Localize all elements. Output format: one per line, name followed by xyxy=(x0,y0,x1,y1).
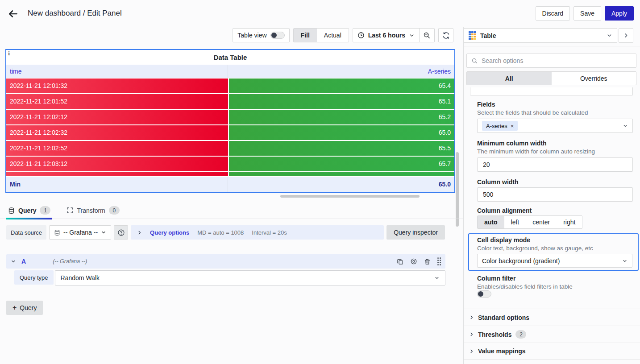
section-value-mappings[interactable]: Value mappings xyxy=(464,343,640,360)
time-range-group: Last 6 hours xyxy=(353,28,435,42)
value-cell: 65.2 xyxy=(229,110,454,124)
back-arrow-icon[interactable] xyxy=(7,8,20,20)
fill-button[interactable]: Fill xyxy=(294,29,317,42)
time-cell: 2022-11-21 12:02:12 xyxy=(6,110,228,124)
table-panel[interactable]: i Data Table time A-series 2022-11-21 12… xyxy=(5,49,455,193)
fields-description: Select the fields that should be calcula… xyxy=(477,109,588,116)
visualization-picker[interactable]: Table xyxy=(464,28,617,43)
cell-display-mode-label: Cell display mode xyxy=(477,236,530,244)
time-cell: 2022-11-21 12:02:52 xyxy=(6,141,228,156)
time-range-picker[interactable]: Last 6 hours xyxy=(353,29,419,42)
chevron-down-icon xyxy=(623,123,628,128)
chevron-down-icon[interactable] xyxy=(11,259,16,264)
value-cell: 65.4 xyxy=(229,79,454,93)
cell-display-mode-select[interactable]: Color background (gradient) xyxy=(477,254,632,268)
duplicate-icon[interactable] xyxy=(397,258,403,265)
fill-actual-group: Fill Actual xyxy=(293,28,349,42)
app-header: New dashboard / Edit Panel Discard Save … xyxy=(0,0,640,27)
table-view-control: Table view xyxy=(233,28,289,42)
tab-transform-label: Transform xyxy=(77,207,105,214)
chevron-right-icon xyxy=(469,332,474,337)
trash-icon[interactable] xyxy=(424,258,431,265)
query-options-bar[interactable]: Query options MD = auto = 1008 Interval … xyxy=(131,225,384,240)
col-alignment-label: Column alignment xyxy=(477,207,532,214)
col-alignment-group: auto left center right xyxy=(477,215,582,229)
collapse-sidebar-icon[interactable] xyxy=(619,28,633,43)
table-row-partial xyxy=(6,172,454,176)
section-label: Standard options xyxy=(478,314,529,321)
time-range-label: Last 6 hours xyxy=(368,32,405,39)
table-footer-row: Min 65.0 xyxy=(6,177,454,192)
interval-stat: Interval = 20s xyxy=(252,229,287,236)
align-center-button[interactable]: center xyxy=(526,216,557,228)
col-width-label: Column width xyxy=(477,178,519,186)
table-body: 2022-11-21 12:01:3265.42022-11-21 12:01:… xyxy=(6,79,454,171)
search-icon xyxy=(471,58,478,64)
section-thresholds[interactable]: Thresholds 2 xyxy=(464,326,640,343)
value-cell: 65.7 xyxy=(229,157,454,171)
min-col-width-description: The minimum width for column auto resizi… xyxy=(477,148,595,155)
horizontal-scrollbar[interactable] xyxy=(280,195,420,198)
tab-all[interactable]: All xyxy=(467,72,552,85)
refresh-icon[interactable] xyxy=(438,28,453,42)
drag-handle-icon[interactable] xyxy=(437,257,441,265)
time-cell: 2022-11-21 12:01:32 xyxy=(6,79,228,93)
cell-display-mode-value: Color background (gradient) xyxy=(482,257,560,265)
apply-button[interactable]: Apply xyxy=(605,6,634,21)
zoom-out-icon[interactable] xyxy=(419,29,434,42)
column-header-a-series[interactable]: A-series xyxy=(228,65,454,78)
add-query-button[interactable]: + Query xyxy=(6,301,43,315)
eye-icon[interactable] xyxy=(410,258,417,265)
align-right-button[interactable]: right xyxy=(557,216,582,228)
align-left-button[interactable]: left xyxy=(504,216,526,228)
table-header-row: time A-series xyxy=(6,65,454,78)
tab-query-label: Query xyxy=(18,207,36,214)
field-tag: A-series × xyxy=(482,121,518,131)
query-inspector-button[interactable]: Query inspector xyxy=(386,225,445,240)
footer-reducer-label: Min xyxy=(6,177,228,192)
column-header-time[interactable]: time xyxy=(6,65,228,78)
tab-query[interactable]: Query 1 xyxy=(6,202,52,219)
header-actions: Discard Save Apply xyxy=(536,6,634,21)
add-query-label: Query xyxy=(20,304,37,311)
cell-display-mode-description: Color text, background, show as gauge, e… xyxy=(477,245,593,252)
help-icon[interactable] xyxy=(114,225,128,240)
save-button[interactable]: Save xyxy=(574,6,601,21)
query-type-select[interactable]: Random Walk xyxy=(55,270,445,285)
plus-icon: + xyxy=(12,304,17,312)
fields-multiselect[interactable]: A-series × xyxy=(477,119,633,133)
table-row: 2022-11-21 12:01:5265.1 xyxy=(6,94,454,109)
editor-tabs: Query 1 Transform 0 xyxy=(0,202,463,219)
search-input[interactable] xyxy=(482,57,632,64)
clipped-option-input[interactable] xyxy=(470,87,633,95)
transform-count-badge: 0 xyxy=(109,206,120,215)
toggle-knob xyxy=(478,291,483,297)
table-view-toggle[interactable] xyxy=(270,32,285,39)
remove-tag-icon[interactable]: × xyxy=(511,123,514,129)
tab-transform[interactable]: Transform 0 xyxy=(65,202,121,219)
value-cell: 65.0 xyxy=(229,125,454,140)
datasource-picker[interactable]: -- Grafana -- xyxy=(49,225,111,240)
datasource-row: Data source -- Grafana -- Query options … xyxy=(6,225,445,240)
options-sidebar: Table All Overrides Fields Select the fi… xyxy=(463,27,640,364)
min-col-width-input[interactable] xyxy=(477,157,633,172)
col-filter-toggle[interactable] xyxy=(477,290,491,298)
time-cell: 2022-11-21 12:02:32 xyxy=(6,125,228,140)
panel-title: Data Table xyxy=(6,50,454,65)
align-auto-button[interactable]: auto xyxy=(478,216,504,228)
query-row-header[interactable]: A (-- Grafana --) xyxy=(6,254,445,269)
panel-info-icon[interactable]: i xyxy=(8,51,10,57)
chevron-down-icon xyxy=(409,33,415,38)
col-width-input[interactable] xyxy=(477,187,633,202)
footer-value: 65.0 xyxy=(229,177,454,192)
query-ref-id: A xyxy=(21,258,26,265)
discard-button[interactable]: Discard xyxy=(536,6,570,21)
tab-overrides[interactable]: Overrides xyxy=(552,72,636,85)
actual-button[interactable]: Actual xyxy=(317,29,349,42)
max-data-points-stat: MD = auto = 1008 xyxy=(197,229,244,236)
chevron-down-icon xyxy=(607,33,612,38)
query-datasource-hint: (-- Grafana --) xyxy=(53,258,87,265)
time-cell: 2022-11-21 12:01:52 xyxy=(6,94,228,109)
section-standard-options[interactable]: Standard options xyxy=(464,309,640,326)
database-icon xyxy=(8,207,15,214)
